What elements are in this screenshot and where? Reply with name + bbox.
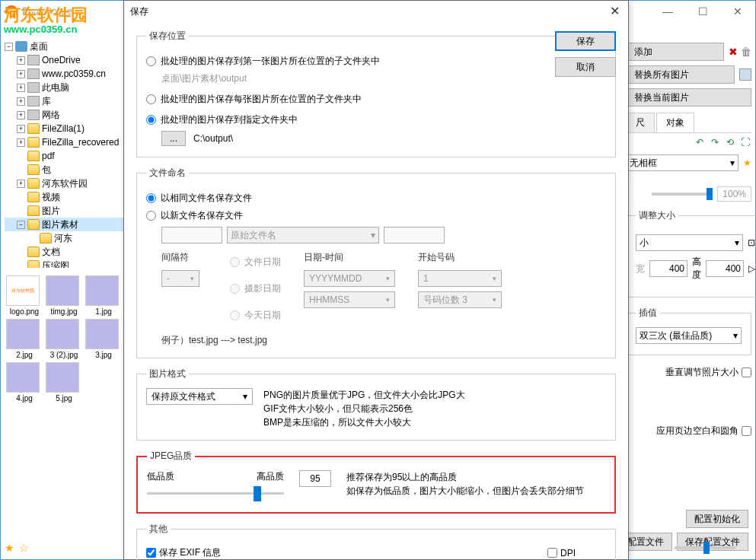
folder-icon bbox=[27, 123, 40, 134]
dpi-checkbox[interactable] bbox=[547, 548, 557, 558]
fit-icon[interactable]: ⛶ bbox=[739, 136, 751, 148]
tab-size[interactable]: 尺 bbox=[626, 113, 655, 132]
tree-label: 网络 bbox=[42, 109, 60, 122]
loc-opt1-radio[interactable] bbox=[146, 56, 156, 66]
folder-tree[interactable]: −桌面+OneDrive+www.pc0359.cn+此电脑+库+网络+File… bbox=[5, 40, 123, 268]
expand-icon[interactable]: + bbox=[17, 70, 25, 78]
interp-select[interactable]: 双三次 (最佳品质)▾ bbox=[636, 327, 742, 344]
tree-item[interactable]: +网络 bbox=[5, 108, 123, 122]
browse-button[interactable]: ... bbox=[161, 131, 186, 146]
tree-item[interactable]: +此电脑 bbox=[5, 81, 123, 94]
thumbnail[interactable]: 3.jpg bbox=[85, 319, 122, 359]
star-icon[interactable]: ★ bbox=[5, 542, 14, 554]
thumbnail[interactable]: 3 (2).jpg bbox=[46, 319, 82, 359]
expand-icon[interactable]: + bbox=[17, 84, 25, 92]
datefmt-select[interactable]: YYYYMMDD▾ bbox=[304, 270, 395, 287]
tab-object[interactable]: 对象 bbox=[656, 113, 694, 132]
star-icon[interactable]: ★ bbox=[743, 158, 751, 168]
thumbnail[interactable]: timg.jpg bbox=[46, 275, 82, 316]
thumbnail[interactable]: 5.jpg bbox=[46, 362, 82, 402]
frame-select[interactable]: 无相框▾ bbox=[626, 154, 738, 171]
expand-icon[interactable]: − bbox=[5, 43, 13, 51]
tree-item[interactable]: 视频 bbox=[5, 190, 123, 204]
save-button[interactable]: 保存 bbox=[555, 31, 616, 51]
thumbnail[interactable]: 4.jpg bbox=[6, 362, 43, 402]
color-swatch-icon[interactable] bbox=[739, 68, 751, 81]
tree-item[interactable]: +OneDrive bbox=[5, 53, 123, 67]
suffix-input[interactable] bbox=[384, 227, 445, 243]
maximize-button[interactable]: ☐ bbox=[685, 1, 720, 22]
cancel-button[interactable]: 取消 bbox=[555, 57, 616, 77]
tree-item[interactable]: −图片素材 bbox=[5, 218, 123, 231]
expand-icon[interactable]: + bbox=[17, 111, 25, 119]
redo-icon[interactable]: ↷ bbox=[709, 136, 721, 148]
dialog-close-button[interactable]: ✕ bbox=[605, 4, 624, 18]
size-preset-select[interactable]: 小▾ bbox=[636, 234, 743, 251]
lock-icon[interactable]: ⊡ bbox=[748, 237, 755, 248]
tree-label: 图片 bbox=[42, 205, 60, 218]
thumbnail-panel[interactable]: 河东软件园logo.pngtimg.jpg1.jpg2.jpg3 (2).jpg… bbox=[5, 274, 126, 404]
refresh-icon[interactable]: ⟲ bbox=[724, 136, 736, 148]
save-dialog: 保存 ✕ 保存 取消 保存位置 批处理的图片保存到第一张图片所在位置的子文件夹中… bbox=[123, 0, 629, 560]
timefmt-select[interactable]: HHMMSS▾ bbox=[304, 291, 395, 308]
width-input[interactable] bbox=[649, 260, 687, 277]
tree-item[interactable]: +河东软件园 bbox=[5, 177, 123, 190]
digits-select[interactable]: 号码位数 3▾ bbox=[418, 291, 502, 308]
minimize-button[interactable]: — bbox=[650, 1, 685, 22]
resize-legend: 调整大小 bbox=[636, 209, 678, 222]
quality-input[interactable] bbox=[299, 470, 331, 487]
loc-opt2-radio[interactable] bbox=[146, 94, 156, 104]
startno-select[interactable]: 1▾ bbox=[418, 270, 502, 287]
add-button[interactable]: 添加 bbox=[626, 43, 724, 61]
tree-item[interactable]: 包 bbox=[5, 163, 123, 177]
tree-label: 库 bbox=[42, 95, 51, 108]
exif-checkbox[interactable] bbox=[146, 548, 156, 558]
expand-icon[interactable]: + bbox=[17, 56, 25, 65]
thumbnail[interactable]: 河东软件园logo.png bbox=[6, 275, 43, 316]
name-same-radio[interactable] bbox=[146, 193, 156, 203]
high-quality-label: 高品质 bbox=[257, 470, 284, 483]
tree-item[interactable]: 图片 bbox=[5, 204, 123, 218]
trash-icon[interactable]: 🗑 bbox=[741, 46, 751, 58]
expand-icon[interactable]: + bbox=[17, 97, 25, 106]
thumbnail[interactable]: 2.jpg bbox=[6, 319, 43, 359]
expand-icon[interactable]: + bbox=[17, 125, 25, 133]
shotdate-radio[interactable] bbox=[230, 284, 240, 294]
star-icon[interactable]: ☆ bbox=[19, 542, 29, 554]
tree-item[interactable]: +库 bbox=[5, 94, 123, 108]
tree-item[interactable]: +FileZilla(1) bbox=[5, 122, 123, 135]
play-icon[interactable]: ▷ bbox=[748, 263, 755, 274]
apply-margin-checkbox[interactable] bbox=[742, 426, 751, 436]
thumbnail[interactable]: 1.jpg bbox=[85, 275, 122, 316]
expand-icon[interactable]: + bbox=[17, 180, 25, 188]
expand-icon[interactable]: + bbox=[17, 138, 25, 147]
undo-icon[interactable]: ↶ bbox=[694, 136, 706, 148]
prefix-input[interactable] bbox=[161, 227, 222, 243]
basename-select[interactable]: 原始文件名▾ bbox=[227, 227, 379, 243]
reset-config-button[interactable]: 配置初始化 bbox=[686, 510, 748, 528]
vertical-adjust-checkbox[interactable] bbox=[742, 368, 751, 377]
today-radio[interactable] bbox=[230, 310, 240, 320]
tree-item[interactable]: pdf bbox=[5, 149, 123, 163]
tree-item[interactable]: 河东 bbox=[5, 231, 123, 245]
tree-item[interactable]: +FileZilla_recovered bbox=[5, 135, 123, 149]
replace-all-button[interactable]: 替换所有图片 bbox=[626, 65, 735, 84]
delete-icon[interactable]: ✖ bbox=[729, 46, 738, 58]
tree-label: 此电脑 bbox=[42, 81, 69, 94]
tree-item[interactable]: −桌面 bbox=[5, 40, 123, 53]
close-button[interactable]: ✕ bbox=[720, 1, 755, 22]
tree-item[interactable]: 文档 bbox=[5, 245, 123, 259]
quality-slider[interactable] bbox=[147, 486, 284, 501]
bottom-slider[interactable] bbox=[675, 546, 735, 549]
folder-icon bbox=[27, 260, 40, 268]
tree-item[interactable]: +www.pc0359.cn bbox=[5, 67, 123, 81]
filedate-radio[interactable] bbox=[230, 257, 240, 267]
replace-current-button[interactable]: 替换当前图片 bbox=[626, 88, 751, 107]
format-select[interactable]: 保持原文件格式▾ bbox=[146, 388, 253, 405]
separator-select[interactable]: -▾ bbox=[161, 270, 199, 287]
expand-icon[interactable]: − bbox=[17, 221, 25, 229]
name-new-radio[interactable] bbox=[146, 211, 156, 221]
height-input[interactable] bbox=[706, 260, 744, 277]
loc-opt3-radio[interactable] bbox=[146, 115, 156, 125]
tree-item[interactable]: 压缩图 bbox=[5, 259, 123, 268]
